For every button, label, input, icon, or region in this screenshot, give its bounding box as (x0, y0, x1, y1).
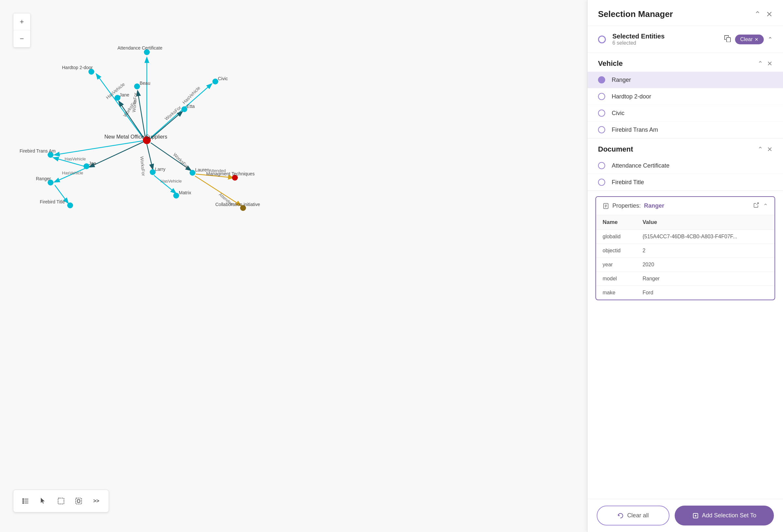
box-select-button[interactable] (53, 493, 69, 509)
vehicle-group-actions: ⌃ ✕ (757, 60, 773, 67)
svg-text:Etta: Etta (187, 104, 195, 109)
col-header-value: Value (636, 215, 775, 230)
svg-text:HasVehicle: HasVehicle (160, 179, 182, 184)
open-external-icon[interactable] (753, 202, 759, 210)
entity-info: Selected Entities 6 selected (613, 33, 724, 46)
svg-line-7 (151, 84, 211, 138)
graph-svg: HasVehicle WorksFor WorksFor HasVehicle … (0, 0, 587, 532)
svg-line-12 (90, 142, 144, 167)
prop-name-cell: year (596, 258, 636, 272)
vehicle-close-icon[interactable]: ✕ (767, 60, 773, 67)
list-item[interactable]: Firebird Trans Am (588, 122, 783, 138)
list-item[interactable]: Firebird Title (588, 174, 783, 191)
add-selection-label: Add Selection Set To (702, 512, 757, 519)
svg-text:Firebird Trans Am: Firebird Trans Am (20, 148, 56, 154)
panel-footer: Clear all Add Selection Set To (588, 499, 783, 532)
svg-point-63 (23, 499, 24, 500)
selected-entities-row: Selected Entities 6 selected Clear ✕ ⌃ (588, 26, 783, 53)
properties-title: Properties: Ranger (603, 202, 664, 209)
collapse-panel-icon[interactable]: ⌃ (754, 10, 761, 19)
properties-section: Properties: Ranger ⌃ Name (595, 196, 775, 300)
svg-text:WorksFor: WorksFor (172, 152, 190, 169)
document-group-title: Document (598, 145, 633, 154)
list-tool-button[interactable] (17, 493, 34, 509)
clear-badge[interactable]: Clear ✕ (735, 35, 764, 44)
svg-point-65 (23, 503, 24, 504)
svg-point-64 (23, 501, 24, 502)
cursor-tool-button[interactable] (35, 493, 52, 509)
svg-line-22 (154, 175, 176, 193)
item-circle-attendance (598, 162, 605, 169)
svg-text:Matrix: Matrix (179, 190, 191, 195)
list-item[interactable]: Ranger (588, 72, 783, 88)
table-row: model Ranger (596, 272, 775, 286)
more-tools-button[interactable]: >> (88, 493, 105, 509)
svg-point-34 (134, 84, 140, 89)
prop-value-cell: 2020 (636, 258, 775, 272)
vehicle-group-title: Vehicle (598, 59, 623, 68)
svg-text:Larry: Larry (155, 167, 165, 172)
zoom-in-button[interactable]: + (13, 13, 30, 30)
copy-icon[interactable] (724, 35, 731, 44)
item-label-hardtop: Hardtop 2-door (612, 93, 651, 100)
item-circle-hardtop (598, 93, 605, 100)
svg-text:HasVehicle: HasVehicle (62, 170, 83, 175)
prop-value-cell: {515A4CC7-46DB-4CB0-A803-F4F07F... (636, 230, 775, 244)
col-header-name: Name (596, 215, 636, 230)
svg-text:WorksFor: WorksFor (164, 105, 182, 121)
prop-value-cell: 2 (636, 244, 775, 258)
list-item[interactable]: Hardtop 2-door (588, 88, 783, 105)
svg-text:Ranger: Ranger (36, 176, 51, 181)
svg-line-26 (195, 176, 241, 205)
svg-text:Attendance Certificate: Attendance Certificate (118, 45, 162, 51)
graph-canvas[interactable]: HasVehicle WorksFor WorksFor HasVehicle … (0, 0, 587, 532)
properties-actions: ⌃ (753, 202, 768, 210)
svg-text:Firebird Title: Firebird Title (40, 199, 65, 204)
vehicle-group: Vehicle ⌃ ✕ Ranger Hardtop 2-door Civic (588, 53, 783, 138)
prop-name-cell: make (596, 286, 636, 300)
zoom-out-button[interactable]: − (13, 30, 30, 47)
list-item[interactable]: Civic (588, 105, 783, 122)
vehicle-collapse-icon[interactable]: ⌃ (757, 60, 763, 67)
svg-text:Beau: Beau (139, 80, 150, 86)
svg-point-52 (173, 193, 179, 199)
svg-rect-66 (58, 498, 64, 504)
close-panel-icon[interactable]: ✕ (766, 10, 773, 19)
properties-table: Name Value globalid {515A4CC7-46DB-4CB0-… (596, 215, 775, 300)
properties-header: Properties: Ranger ⌃ (596, 197, 775, 215)
prop-value-cell: Ranger (636, 272, 775, 286)
zoom-controls: + − (13, 13, 31, 47)
item-circle-ranger (598, 76, 605, 84)
item-circle-firebird-title (598, 179, 605, 186)
clear-badge-close[interactable]: ✕ (755, 37, 758, 42)
list-item[interactable]: Attendance Certificate (588, 158, 783, 174)
document-group-actions: ⌃ ✕ (757, 145, 773, 153)
item-label-civic: Civic (612, 110, 624, 117)
svg-text:New Metal Office Suppliers: New Metal Office Suppliers (104, 134, 167, 139)
table-row: make Ford (596, 286, 775, 300)
collapse-properties-icon[interactable]: ⌃ (763, 202, 768, 210)
svg-point-38 (212, 78, 218, 85)
bottom-toolbar: >> (13, 490, 109, 512)
lasso-select-button[interactable] (70, 493, 87, 509)
prop-name-cell: objectid (596, 244, 636, 258)
clear-all-label: Clear all (627, 512, 649, 519)
prop-name-cell: globalid (596, 230, 636, 244)
document-group-header: Document ⌃ ✕ (588, 138, 783, 158)
svg-text:HasVehicle: HasVehicle (65, 157, 86, 161)
collapse-section-icon[interactable]: ⌃ (768, 36, 773, 43)
svg-text:Joe: Joe (89, 161, 96, 166)
document-collapse-icon[interactable]: ⌃ (757, 145, 763, 153)
properties-label: Properties: (613, 202, 641, 209)
svg-rect-67 (76, 498, 82, 504)
svg-text:Collaboration initiative: Collaboration initiative (215, 202, 260, 207)
clear-all-button[interactable]: Clear all (597, 506, 669, 526)
svg-text:Civic: Civic (218, 76, 228, 81)
entity-actions: Clear ✕ ⌃ (724, 35, 773, 44)
table-row: globalid {515A4CC7-46DB-4CB0-A803-F4F07F… (596, 230, 775, 244)
svg-rect-68 (77, 500, 80, 502)
document-close-icon[interactable]: ✕ (767, 145, 773, 153)
panel-header: Selection Manager ⌃ ✕ (588, 0, 783, 26)
item-label-ranger: Ranger (612, 77, 631, 84)
add-selection-button[interactable]: Add Selection Set To (675, 506, 774, 526)
